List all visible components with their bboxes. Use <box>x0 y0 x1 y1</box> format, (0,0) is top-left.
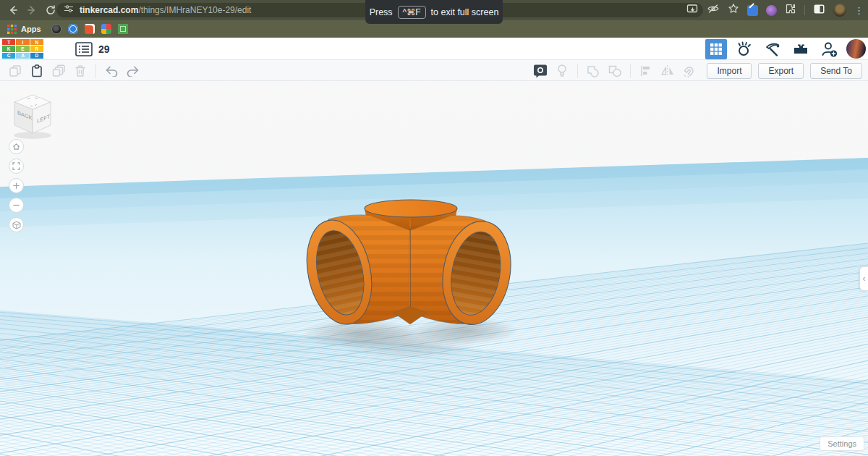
perspective-toggle-icon[interactable] <box>9 217 24 232</box>
preview-eye-off-icon[interactable] <box>707 4 720 17</box>
minecraft-pickaxe-icon[interactable] <box>762 39 783 59</box>
forward-icon[interactable] <box>26 4 38 16</box>
delete-icon[interactable] <box>69 62 91 80</box>
notes-icon[interactable] <box>529 62 551 80</box>
align-icon[interactable] <box>635 62 657 80</box>
tinkercad-header: TIN KER CAD 29 <box>0 38 868 60</box>
extension-purple-icon[interactable] <box>766 5 777 16</box>
bookmark-dark-circle-icon[interactable] <box>51 24 61 34</box>
header-mode-buttons <box>705 38 866 60</box>
ungroup-icon[interactable] <box>604 62 626 80</box>
fullscreen-toast: Press ^⌘F to exit full screen <box>365 0 503 24</box>
paste-icon[interactable] <box>26 62 48 80</box>
toast-prefix: Press <box>370 7 393 17</box>
copy-icon[interactable] <box>4 62 26 80</box>
bookmark-apps[interactable]: Apps <box>7 25 41 34</box>
home-view-icon[interactable] <box>9 139 24 154</box>
model-pipe-corner[interactable] <box>298 200 519 360</box>
workplane-scene[interactable] <box>0 81 868 456</box>
extensions-puzzle-icon[interactable] <box>785 3 796 17</box>
show-hidden-bulb-icon[interactable] <box>551 62 573 80</box>
bookmark-blue-circle-icon[interactable] <box>68 24 78 34</box>
cast-icon[interactable] <box>686 4 699 17</box>
bookmark-green-app-icon[interactable] <box>118 24 128 34</box>
divider <box>95 64 96 78</box>
apps-label: Apps <box>21 25 41 33</box>
apps-grid-icon <box>7 25 17 34</box>
view-cube[interactable]: BACK LEFT <box>6 90 58 145</box>
chevron-left-icon: ‹ <box>863 274 866 284</box>
group-icon[interactable] <box>582 62 604 80</box>
account-avatar[interactable] <box>846 39 866 59</box>
bookmark-orange-app-icon[interactable] <box>85 24 95 34</box>
divider <box>804 5 805 15</box>
browser-actions: ⋮ <box>686 0 864 20</box>
design-title[interactable]: 29 <box>98 43 110 55</box>
import-button[interactable]: Import <box>707 63 752 79</box>
screen: tinkercad.com/things/IMHraNEY10e-29/edit <box>0 0 868 456</box>
bookmark-star-icon[interactable] <box>728 3 739 17</box>
add-collaborator-icon[interactable] <box>818 39 840 59</box>
send-to-button[interactable]: Send To <box>810 63 862 79</box>
design-menu-icon[interactable] <box>75 42 93 56</box>
url-host: tinkercad.com <box>80 5 138 15</box>
edit-toolbar: Import Export Send To <box>0 60 868 81</box>
viewport-nav-buttons <box>9 139 24 232</box>
redo-icon[interactable] <box>122 62 144 80</box>
side-panel-tab[interactable]: ‹ <box>859 266 868 291</box>
menu-kebab-icon[interactable]: ⋮ <box>854 5 864 16</box>
divider <box>577 64 578 78</box>
site-settings-icon[interactable] <box>64 4 74 17</box>
toolbar-edit-group <box>4 60 144 81</box>
duplicate-icon[interactable] <box>48 62 69 80</box>
bookmark-favicons <box>51 24 128 34</box>
export-button[interactable]: Export <box>758 63 804 79</box>
divider <box>630 64 631 78</box>
undo-icon[interactable] <box>101 62 122 80</box>
back-icon[interactable] <box>7 4 19 16</box>
tinkercad-logo[interactable]: TIN KER CAD <box>2 39 43 59</box>
3d-viewport[interactable]: BACK LEFT ‹ Settings <box>0 81 868 456</box>
bricks-icon[interactable] <box>790 39 812 59</box>
mirror-icon[interactable] <box>657 62 678 80</box>
zoom-out-icon[interactable] <box>9 198 24 213</box>
zoom-in-icon[interactable] <box>9 178 24 193</box>
reload-icon[interactable] <box>45 4 56 16</box>
toolbar-tools-group: Import Export Send To <box>529 60 862 81</box>
browser-profile-avatar[interactable] <box>833 4 846 17</box>
toast-suffix: to exit full screen <box>431 7 499 17</box>
settings-button[interactable]: Settings <box>820 436 864 451</box>
fit-view-icon[interactable] <box>9 159 24 174</box>
snap-icon[interactable] <box>678 62 700 80</box>
extension-blue-icon[interactable] <box>747 5 758 16</box>
shortcut-key: ^⌘F <box>398 6 426 19</box>
url-path: /things/IMHraNEY10e-29/edit <box>138 5 251 15</box>
3d-design-grid-icon[interactable] <box>705 39 727 59</box>
side-panel-icon[interactable] <box>813 4 825 17</box>
sim-lab-icon[interactable] <box>733 39 755 59</box>
bookmark-mosaic-grid-icon[interactable] <box>101 24 111 34</box>
